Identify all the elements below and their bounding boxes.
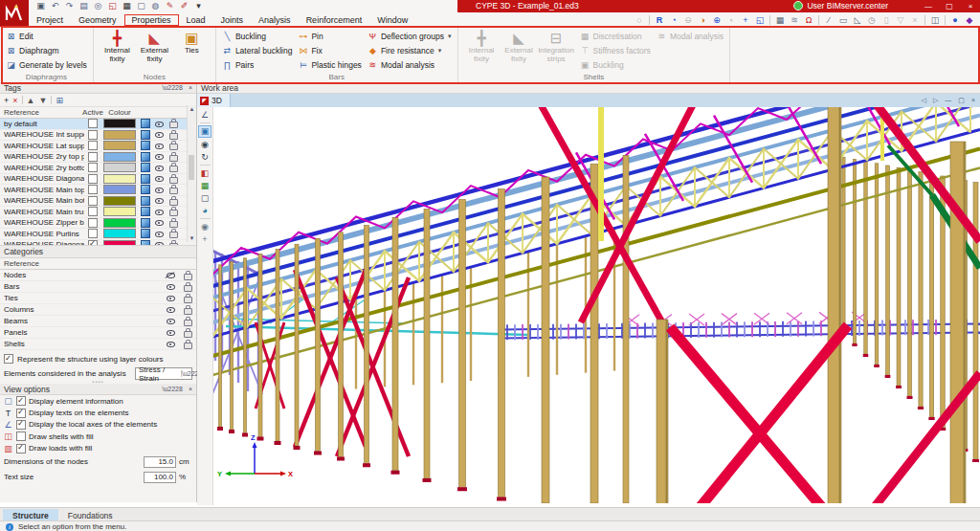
zoom-out-icon[interactable]: ⊖ bbox=[681, 13, 695, 27]
view-option-checkbox[interactable] bbox=[16, 420, 26, 430]
tag-3d-icon[interactable] bbox=[141, 141, 150, 150]
tag-3d-icon[interactable] bbox=[141, 218, 150, 228]
clock-icon[interactable]: ◷ bbox=[865, 13, 879, 27]
tag-lock-icon[interactable] bbox=[169, 144, 178, 150]
ribbon-item-buckling[interactable]: ╲Buckling bbox=[222, 30, 293, 43]
tag-row[interactable]: WAREHOUSE Int support bbox=[0, 130, 196, 142]
ribbon-item-edit[interactable]: ⊠Edit bbox=[6, 30, 87, 43]
mesh-icon[interactable]: ≋ bbox=[788, 13, 801, 27]
tag-active-checkbox[interactable] bbox=[88, 185, 98, 194]
maximize-button[interactable]: ▢ bbox=[944, 0, 955, 12]
undo-icon[interactable]: ↶ bbox=[49, 0, 61, 12]
tag-row[interactable]: by default bbox=[0, 119, 196, 130]
tag-active-checkbox[interactable] bbox=[88, 174, 98, 184]
tag-visible-icon[interactable] bbox=[154, 186, 165, 194]
perspective-icon[interactable]: ◉ bbox=[199, 139, 212, 150]
viewport-3d[interactable]: ZXY bbox=[212, 107, 980, 503]
category-row-nodes[interactable]: Nodes bbox=[0, 270, 196, 281]
move-down-icon[interactable]: ▼ bbox=[38, 95, 47, 106]
scroll-down-icon[interactable]: ▼ bbox=[188, 235, 196, 241]
visibility-icon[interactable]: ◉ bbox=[199, 221, 212, 232]
ribbon-item-external-fixity[interactable]: ◣External fixity bbox=[137, 30, 172, 72]
tag-3d-icon[interactable] bbox=[141, 240, 150, 245]
menu-item-joints[interactable]: Joints bbox=[213, 14, 252, 26]
tags-scrollbar[interactable]: ▲ ▼ bbox=[187, 105, 196, 242]
render-sphere-icon[interactable]: ◕ bbox=[199, 205, 212, 216]
category-lock-icon[interactable] bbox=[184, 343, 192, 349]
tag-active-checkbox[interactable] bbox=[88, 229, 98, 238]
tag-colour-swatch[interactable] bbox=[103, 130, 136, 140]
prev-view-icon[interactable]: ◁ bbox=[922, 97, 926, 104]
view-option-checkbox[interactable] bbox=[16, 409, 26, 418]
magnet-icon[interactable]: Ω bbox=[802, 13, 815, 27]
tag-colour-swatch[interactable] bbox=[103, 185, 136, 194]
assign-tag-icon[interactable]: ⊞ bbox=[56, 95, 63, 106]
tag-row[interactable]: WAREHOUSE 2ry top purlin bbox=[0, 152, 196, 164]
ribbon-item-deflection-groups[interactable]: ΨDeflection groups▾ bbox=[368, 30, 452, 43]
tag-row[interactable]: WAREHOUSE Purlins bbox=[0, 229, 196, 240]
image-icon[interactable]: ▦ bbox=[121, 0, 133, 12]
category-lock-icon[interactable] bbox=[184, 331, 192, 338]
analysis-dropdown[interactable]: Stress / Strain \u2228 bbox=[135, 367, 192, 380]
sheet-icon[interactable]: ▯ bbox=[880, 13, 893, 27]
field-input[interactable]: 100.0 bbox=[144, 472, 176, 483]
category-row-bars[interactable]: Bars bbox=[0, 281, 196, 293]
cype-logo[interactable] bbox=[0, 0, 29, 27]
tag-visible-icon[interactable] bbox=[154, 240, 165, 245]
category-lock-icon[interactable] bbox=[184, 308, 192, 315]
tag-colour-swatch[interactable] bbox=[103, 207, 136, 216]
bimserver-user[interactable]: User BIMserver.center bbox=[793, 1, 888, 11]
ribbon-item-pin[interactable]: ⊶Pin bbox=[298, 30, 361, 43]
redo-icon[interactable]: ↷ bbox=[63, 0, 76, 12]
filter-icon[interactable]: ▽ bbox=[894, 13, 907, 27]
windows-icon[interactable]: ▢ bbox=[199, 192, 212, 204]
represent-checkbox[interactable] bbox=[4, 354, 13, 364]
tags-collapse-icon[interactable]: \u2228 bbox=[162, 84, 182, 91]
category-lock-icon[interactable] bbox=[184, 285, 192, 292]
category-lock-icon[interactable] bbox=[184, 274, 192, 280]
tag-visible-icon[interactable] bbox=[154, 208, 165, 216]
chevron-down-icon[interactable]: \u2228 bbox=[181, 370, 191, 377]
tag-visible-icon[interactable] bbox=[154, 142, 165, 150]
save-icon[interactable]: ▣ bbox=[34, 0, 47, 12]
tag-lock-icon[interactable] bbox=[169, 221, 178, 228]
category-row-ties[interactable]: Ties bbox=[0, 293, 196, 304]
ribbon-item-diaphragm[interactable]: ⊠Diaphragm bbox=[6, 44, 87, 57]
move-icon[interactable]: + bbox=[739, 13, 752, 27]
orbit-icon[interactable]: ↻ bbox=[199, 151, 212, 163]
maximize-view-icon[interactable]: ▢ bbox=[958, 97, 965, 104]
tag-lock-icon[interactable] bbox=[169, 210, 178, 216]
tag-visible-icon[interactable] bbox=[154, 218, 165, 227]
tab-3d[interactable]: ◤ 3D bbox=[197, 94, 231, 107]
category-row-panels[interactable]: Panels bbox=[0, 327, 196, 339]
tag-visible-icon[interactable] bbox=[154, 120, 165, 128]
tag-3d-icon[interactable] bbox=[141, 152, 150, 162]
tag-active-checkbox[interactable] bbox=[88, 196, 98, 206]
brush-icon[interactable]: ✐ bbox=[178, 0, 190, 12]
tag-row[interactable]: WAREHOUSE Diagonal bracing bbox=[0, 240, 196, 246]
tag-lock-icon[interactable] bbox=[169, 232, 178, 238]
tag-lock-icon[interactable] bbox=[169, 166, 178, 172]
texture-icon[interactable]: ▦ bbox=[199, 180, 212, 191]
tag-row[interactable]: WAREHOUSE Main truss bbox=[0, 207, 196, 218]
tag-3d-icon[interactable] bbox=[141, 229, 150, 238]
tag-active-checkbox[interactable] bbox=[88, 218, 98, 228]
tag-row[interactable]: WAREHOUSE Diagonal section bbox=[0, 174, 196, 186]
split-view-icon[interactable]: ◧ bbox=[199, 167, 212, 179]
pan-icon[interactable]: ◦ bbox=[724, 13, 738, 27]
tag-3d-icon[interactable] bbox=[141, 119, 150, 128]
preview-icon[interactable]: ◎ bbox=[92, 0, 104, 12]
minimize-button[interactable]: — bbox=[923, 0, 934, 12]
tag-colour-swatch[interactable] bbox=[103, 163, 136, 172]
edit-pencil-icon[interactable]: ✎ bbox=[164, 0, 176, 12]
tag-lock-icon[interactable] bbox=[169, 188, 178, 194]
search-icon[interactable]: ◌ bbox=[633, 13, 646, 27]
screenshot-icon[interactable]: ◱ bbox=[753, 13, 767, 27]
scroll-up-icon[interactable]: ▲ bbox=[188, 106, 196, 112]
menu-item-analysis[interactable]: Analysis bbox=[251, 14, 299, 26]
tag-colour-swatch[interactable] bbox=[103, 174, 136, 184]
tag-row[interactable]: WAREHOUSE Zipper bracing bbox=[0, 218, 196, 230]
set-square-icon[interactable]: ◺ bbox=[851, 13, 864, 27]
ribbon-item-ties[interactable]: ▣Ties bbox=[174, 30, 210, 72]
globe-icon[interactable]: ● bbox=[948, 13, 962, 27]
